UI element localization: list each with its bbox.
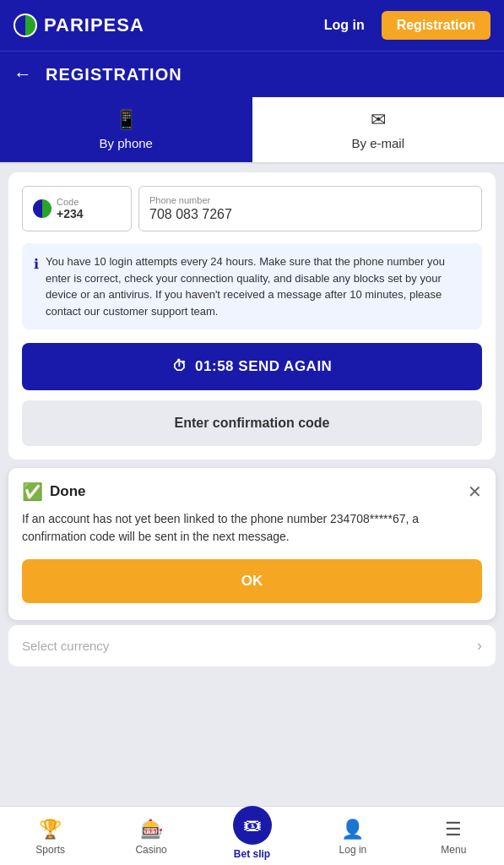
login-nav-icon: 👤 — [341, 819, 364, 841]
currency-label: Select currency — [22, 639, 109, 653]
done-notification: ✅ Done ✕ If an account has not yet been … — [8, 468, 496, 620]
menu-icon: ☰ — [445, 819, 462, 841]
logo: PARIPESA — [14, 14, 144, 37]
code-text: Code +234 — [57, 197, 84, 220]
nav-item-menu[interactable]: ☰ Menu — [404, 819, 504, 856]
phone-tab-icon: 📱 — [115, 109, 138, 131]
nav-item-betslip[interactable]: 🎟 Bet slip — [202, 814, 302, 860]
check-icon: ✅ — [22, 481, 43, 502]
sports-icon: 🏆 — [39, 819, 62, 841]
form-area: Code +234 Phone number 708 083 7267 ℹ Yo… — [8, 172, 496, 460]
tab-email[interactable]: ✉ By e-mail — [252, 97, 505, 162]
page-title: REGISTRATION — [46, 65, 182, 84]
betslip-icon: 🎟 — [233, 806, 272, 845]
login-nav-label: Log in — [339, 844, 367, 856]
flag-icon — [33, 199, 51, 218]
registration-header: ← REGISTRATION — [0, 51, 504, 97]
done-title-area: ✅ Done — [22, 481, 86, 502]
register-button[interactable]: Registration — [382, 11, 490, 40]
betslip-label: Bet slip — [234, 848, 270, 860]
done-header: ✅ Done ✕ — [22, 481, 482, 502]
info-icon: ℹ — [34, 254, 39, 319]
timer-icon: ⏱ — [172, 358, 187, 375]
casino-icon: 🎰 — [140, 819, 163, 841]
back-button[interactable]: ← — [14, 63, 32, 85]
nav-item-sports[interactable]: 🏆 Sports — [0, 819, 100, 856]
sports-label: Sports — [35, 844, 65, 856]
tab-email-label: By e-mail — [351, 136, 404, 150]
code-label: Code — [57, 197, 84, 207]
email-tab-icon: ✉ — [371, 109, 386, 131]
nav-item-login[interactable]: 👤 Log in — [302, 819, 403, 856]
send-again-label: 01:58 SEND AGAIN — [195, 358, 332, 375]
currency-row[interactable]: Select currency › — [8, 625, 496, 666]
casino-label: Casino — [135, 844, 166, 856]
login-button[interactable]: Log in — [316, 13, 373, 38]
send-again-button[interactable]: ⏱ 01:58 SEND AGAIN — [22, 343, 482, 390]
logo-text: PARIPESA — [44, 14, 144, 36]
nav-item-casino[interactable]: 🎰 Casino — [100, 819, 201, 856]
top-nav: PARIPESA Log in Registration — [0, 0, 504, 51]
done-message-text: If an account has not yet been linked to… — [22, 510, 482, 546]
tab-switcher: 📱 By phone ✉ By e-mail — [0, 97, 504, 164]
tab-phone-label: By phone — [100, 136, 153, 150]
ok-button[interactable]: OK — [22, 559, 482, 603]
phone-field-label: Phone number — [149, 195, 471, 205]
nav-buttons: Log in Registration — [316, 11, 490, 40]
phone-row: Code +234 Phone number 708 083 7267 — [22, 186, 482, 231]
menu-label: Menu — [441, 844, 466, 856]
code-value: +234 — [57, 207, 84, 220]
close-notification-button[interactable]: ✕ — [468, 481, 482, 502]
phone-number-field[interactable]: Phone number 708 083 7267 — [138, 186, 482, 231]
bottom-nav: 🏆 Sports 🎰 Casino 🎟 Bet slip 👤 Log in ☰ … — [0, 806, 504, 865]
country-code-field[interactable]: Code +234 — [22, 186, 132, 231]
confirm-code-button[interactable]: Enter confirmation code — [22, 400, 482, 446]
info-box: ℹ You have 10 login attempts every 24 ho… — [22, 243, 482, 329]
done-title-text: Done — [50, 483, 86, 500]
info-text: You have 10 login attempts every 24 hour… — [46, 253, 470, 319]
logo-icon — [14, 14, 37, 37]
phone-field-value: 708 083 7267 — [149, 207, 471, 222]
tab-phone[interactable]: 📱 By phone — [0, 97, 252, 162]
chevron-right-icon: › — [477, 637, 482, 655]
